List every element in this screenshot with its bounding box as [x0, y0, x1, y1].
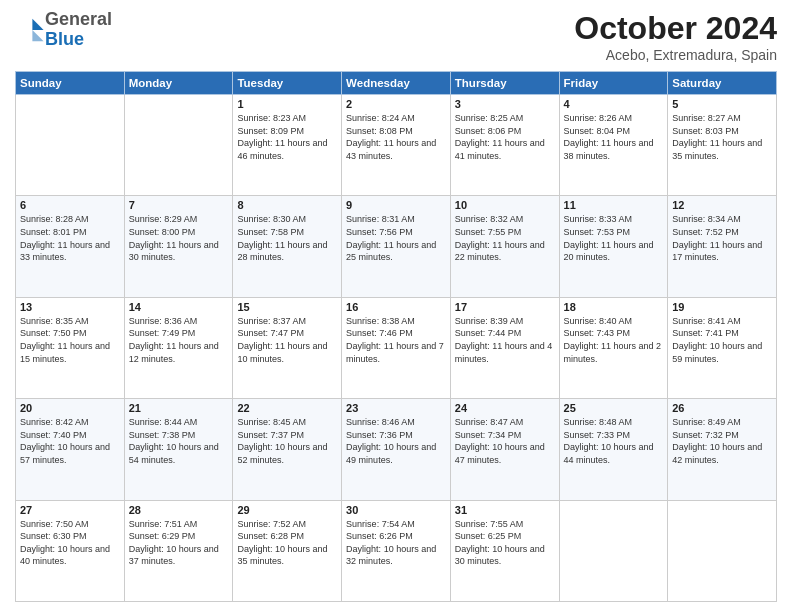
- day-info: Sunrise: 8:30 AM Sunset: 7:58 PM Dayligh…: [237, 213, 337, 263]
- day-number: 6: [20, 199, 120, 211]
- svg-marker-0: [32, 19, 43, 30]
- day-cell-19: 19Sunrise: 8:41 AM Sunset: 7:41 PM Dayli…: [668, 297, 777, 398]
- day-number: 18: [564, 301, 664, 313]
- day-info: Sunrise: 7:51 AM Sunset: 6:29 PM Dayligh…: [129, 518, 229, 568]
- empty-cell: [16, 95, 125, 196]
- day-cell-26: 26Sunrise: 8:49 AM Sunset: 7:32 PM Dayli…: [668, 399, 777, 500]
- day-info: Sunrise: 8:38 AM Sunset: 7:46 PM Dayligh…: [346, 315, 446, 365]
- day-number: 29: [237, 504, 337, 516]
- logo-general: General: [45, 10, 112, 30]
- day-info: Sunrise: 8:26 AM Sunset: 8:04 PM Dayligh…: [564, 112, 664, 162]
- day-cell-6: 6Sunrise: 8:28 AM Sunset: 8:01 PM Daylig…: [16, 196, 125, 297]
- day-number: 13: [20, 301, 120, 313]
- day-info: Sunrise: 8:32 AM Sunset: 7:55 PM Dayligh…: [455, 213, 555, 263]
- day-cell-25: 25Sunrise: 8:48 AM Sunset: 7:33 PM Dayli…: [559, 399, 668, 500]
- day-number: 4: [564, 98, 664, 110]
- day-info: Sunrise: 8:29 AM Sunset: 8:00 PM Dayligh…: [129, 213, 229, 263]
- day-number: 17: [455, 301, 555, 313]
- day-cell-9: 9Sunrise: 8:31 AM Sunset: 7:56 PM Daylig…: [342, 196, 451, 297]
- day-info: Sunrise: 8:39 AM Sunset: 7:44 PM Dayligh…: [455, 315, 555, 365]
- day-number: 7: [129, 199, 229, 211]
- day-info: Sunrise: 8:49 AM Sunset: 7:32 PM Dayligh…: [672, 416, 772, 466]
- day-number: 23: [346, 402, 446, 414]
- day-number: 22: [237, 402, 337, 414]
- day-number: 1: [237, 98, 337, 110]
- day-number: 25: [564, 402, 664, 414]
- week-row-5: 27Sunrise: 7:50 AM Sunset: 6:30 PM Dayli…: [16, 500, 777, 601]
- day-cell-23: 23Sunrise: 8:46 AM Sunset: 7:36 PM Dayli…: [342, 399, 451, 500]
- day-info: Sunrise: 8:36 AM Sunset: 7:49 PM Dayligh…: [129, 315, 229, 365]
- day-cell-30: 30Sunrise: 7:54 AM Sunset: 6:26 PM Dayli…: [342, 500, 451, 601]
- logo-icon: [17, 16, 45, 44]
- day-cell-24: 24Sunrise: 8:47 AM Sunset: 7:34 PM Dayli…: [450, 399, 559, 500]
- day-cell-8: 8Sunrise: 8:30 AM Sunset: 7:58 PM Daylig…: [233, 196, 342, 297]
- dow-header-thursday: Thursday: [450, 72, 559, 95]
- day-cell-7: 7Sunrise: 8:29 AM Sunset: 8:00 PM Daylig…: [124, 196, 233, 297]
- day-cell-29: 29Sunrise: 7:52 AM Sunset: 6:28 PM Dayli…: [233, 500, 342, 601]
- day-cell-22: 22Sunrise: 8:45 AM Sunset: 7:37 PM Dayli…: [233, 399, 342, 500]
- day-number: 30: [346, 504, 446, 516]
- day-cell-12: 12Sunrise: 8:34 AM Sunset: 7:52 PM Dayli…: [668, 196, 777, 297]
- day-number: 10: [455, 199, 555, 211]
- day-cell-28: 28Sunrise: 7:51 AM Sunset: 6:29 PM Dayli…: [124, 500, 233, 601]
- dow-header-sunday: Sunday: [16, 72, 125, 95]
- day-info: Sunrise: 8:31 AM Sunset: 7:56 PM Dayligh…: [346, 213, 446, 263]
- day-number: 31: [455, 504, 555, 516]
- week-row-1: 1Sunrise: 8:23 AM Sunset: 8:09 PM Daylig…: [16, 95, 777, 196]
- calendar-table: SundayMondayTuesdayWednesdayThursdayFrid…: [15, 71, 777, 602]
- day-info: Sunrise: 7:55 AM Sunset: 6:25 PM Dayligh…: [455, 518, 555, 568]
- day-number: 27: [20, 504, 120, 516]
- dow-header-monday: Monday: [124, 72, 233, 95]
- day-number: 21: [129, 402, 229, 414]
- dow-header-saturday: Saturday: [668, 72, 777, 95]
- day-cell-3: 3Sunrise: 8:25 AM Sunset: 8:06 PM Daylig…: [450, 95, 559, 196]
- day-number: 14: [129, 301, 229, 313]
- day-cell-21: 21Sunrise: 8:44 AM Sunset: 7:38 PM Dayli…: [124, 399, 233, 500]
- empty-cell: [559, 500, 668, 601]
- day-info: Sunrise: 8:37 AM Sunset: 7:47 PM Dayligh…: [237, 315, 337, 365]
- day-cell-11: 11Sunrise: 8:33 AM Sunset: 7:53 PM Dayli…: [559, 196, 668, 297]
- day-number: 3: [455, 98, 555, 110]
- day-info: Sunrise: 8:41 AM Sunset: 7:41 PM Dayligh…: [672, 315, 772, 365]
- day-cell-2: 2Sunrise: 8:24 AM Sunset: 8:08 PM Daylig…: [342, 95, 451, 196]
- day-cell-31: 31Sunrise: 7:55 AM Sunset: 6:25 PM Dayli…: [450, 500, 559, 601]
- day-info: Sunrise: 8:34 AM Sunset: 7:52 PM Dayligh…: [672, 213, 772, 263]
- day-info: Sunrise: 8:46 AM Sunset: 7:36 PM Dayligh…: [346, 416, 446, 466]
- day-info: Sunrise: 8:42 AM Sunset: 7:40 PM Dayligh…: [20, 416, 120, 466]
- svg-marker-1: [32, 30, 43, 41]
- day-cell-14: 14Sunrise: 8:36 AM Sunset: 7:49 PM Dayli…: [124, 297, 233, 398]
- month-title: October 2024: [574, 10, 777, 47]
- week-row-3: 13Sunrise: 8:35 AM Sunset: 7:50 PM Dayli…: [16, 297, 777, 398]
- day-number: 20: [20, 402, 120, 414]
- day-cell-5: 5Sunrise: 8:27 AM Sunset: 8:03 PM Daylig…: [668, 95, 777, 196]
- day-number: 16: [346, 301, 446, 313]
- day-info: Sunrise: 8:45 AM Sunset: 7:37 PM Dayligh…: [237, 416, 337, 466]
- day-number: 28: [129, 504, 229, 516]
- day-info: Sunrise: 8:40 AM Sunset: 7:43 PM Dayligh…: [564, 315, 664, 365]
- day-number: 5: [672, 98, 772, 110]
- day-info: Sunrise: 7:54 AM Sunset: 6:26 PM Dayligh…: [346, 518, 446, 568]
- day-number: 2: [346, 98, 446, 110]
- day-info: Sunrise: 8:44 AM Sunset: 7:38 PM Dayligh…: [129, 416, 229, 466]
- day-cell-18: 18Sunrise: 8:40 AM Sunset: 7:43 PM Dayli…: [559, 297, 668, 398]
- day-cell-13: 13Sunrise: 8:35 AM Sunset: 7:50 PM Dayli…: [16, 297, 125, 398]
- logo-text: General Blue: [45, 10, 112, 50]
- week-row-4: 20Sunrise: 8:42 AM Sunset: 7:40 PM Dayli…: [16, 399, 777, 500]
- day-info: Sunrise: 8:27 AM Sunset: 8:03 PM Dayligh…: [672, 112, 772, 162]
- logo: General Blue: [15, 10, 112, 50]
- day-number: 9: [346, 199, 446, 211]
- day-cell-27: 27Sunrise: 7:50 AM Sunset: 6:30 PM Dayli…: [16, 500, 125, 601]
- day-cell-4: 4Sunrise: 8:26 AM Sunset: 8:04 PM Daylig…: [559, 95, 668, 196]
- dow-header-tuesday: Tuesday: [233, 72, 342, 95]
- day-info: Sunrise: 8:48 AM Sunset: 7:33 PM Dayligh…: [564, 416, 664, 466]
- calendar-body: 1Sunrise: 8:23 AM Sunset: 8:09 PM Daylig…: [16, 95, 777, 602]
- day-info: Sunrise: 7:52 AM Sunset: 6:28 PM Dayligh…: [237, 518, 337, 568]
- day-info: Sunrise: 8:25 AM Sunset: 8:06 PM Dayligh…: [455, 112, 555, 162]
- day-number: 12: [672, 199, 772, 211]
- dow-header-wednesday: Wednesday: [342, 72, 451, 95]
- logo-blue: Blue: [45, 30, 112, 50]
- dow-header-friday: Friday: [559, 72, 668, 95]
- subtitle: Acebo, Extremadura, Spain: [574, 47, 777, 63]
- day-info: Sunrise: 8:35 AM Sunset: 7:50 PM Dayligh…: [20, 315, 120, 365]
- day-number: 15: [237, 301, 337, 313]
